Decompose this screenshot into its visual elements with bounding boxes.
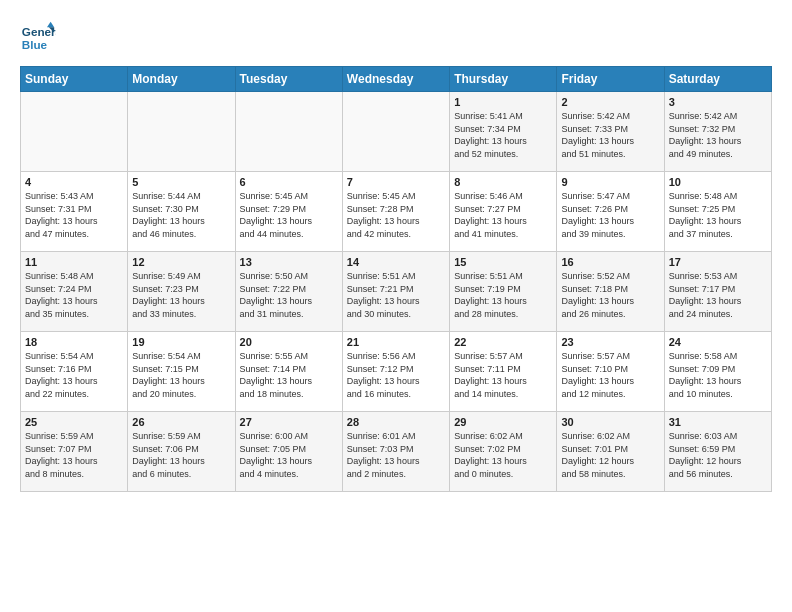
day-number: 16	[561, 256, 659, 268]
day-detail: Sunrise: 5:49 AM Sunset: 7:23 PM Dayligh…	[132, 270, 230, 320]
day-number: 20	[240, 336, 338, 348]
day-number: 4	[25, 176, 123, 188]
day-number: 29	[454, 416, 552, 428]
calendar-cell: 21Sunrise: 5:56 AM Sunset: 7:12 PM Dayli…	[342, 332, 449, 412]
day-number: 25	[25, 416, 123, 428]
day-detail: Sunrise: 5:42 AM Sunset: 7:33 PM Dayligh…	[561, 110, 659, 160]
day-detail: Sunrise: 5:52 AM Sunset: 7:18 PM Dayligh…	[561, 270, 659, 320]
calendar-cell: 22Sunrise: 5:57 AM Sunset: 7:11 PM Dayli…	[450, 332, 557, 412]
day-detail: Sunrise: 5:46 AM Sunset: 7:27 PM Dayligh…	[454, 190, 552, 240]
day-number: 17	[669, 256, 767, 268]
day-number: 15	[454, 256, 552, 268]
day-detail: Sunrise: 6:02 AM Sunset: 7:01 PM Dayligh…	[561, 430, 659, 480]
day-number: 27	[240, 416, 338, 428]
day-number: 22	[454, 336, 552, 348]
calendar-cell: 24Sunrise: 5:58 AM Sunset: 7:09 PM Dayli…	[664, 332, 771, 412]
weekday-header: Sunday	[21, 67, 128, 92]
weekday-header: Friday	[557, 67, 664, 92]
day-number: 19	[132, 336, 230, 348]
calendar-week-row: 11Sunrise: 5:48 AM Sunset: 7:24 PM Dayli…	[21, 252, 772, 332]
weekday-header: Thursday	[450, 67, 557, 92]
day-detail: Sunrise: 5:50 AM Sunset: 7:22 PM Dayligh…	[240, 270, 338, 320]
day-detail: Sunrise: 5:48 AM Sunset: 7:25 PM Dayligh…	[669, 190, 767, 240]
calendar-table: SundayMondayTuesdayWednesdayThursdayFrid…	[20, 66, 772, 492]
calendar-cell: 10Sunrise: 5:48 AM Sunset: 7:25 PM Dayli…	[664, 172, 771, 252]
calendar-cell	[235, 92, 342, 172]
day-number: 21	[347, 336, 445, 348]
calendar-cell: 18Sunrise: 5:54 AM Sunset: 7:16 PM Dayli…	[21, 332, 128, 412]
day-detail: Sunrise: 5:59 AM Sunset: 7:06 PM Dayligh…	[132, 430, 230, 480]
day-detail: Sunrise: 5:45 AM Sunset: 7:28 PM Dayligh…	[347, 190, 445, 240]
calendar-cell: 9Sunrise: 5:47 AM Sunset: 7:26 PM Daylig…	[557, 172, 664, 252]
day-number: 11	[25, 256, 123, 268]
calendar-cell: 19Sunrise: 5:54 AM Sunset: 7:15 PM Dayli…	[128, 332, 235, 412]
day-number: 31	[669, 416, 767, 428]
day-detail: Sunrise: 5:59 AM Sunset: 7:07 PM Dayligh…	[25, 430, 123, 480]
day-detail: Sunrise: 6:03 AM Sunset: 6:59 PM Dayligh…	[669, 430, 767, 480]
calendar-cell: 29Sunrise: 6:02 AM Sunset: 7:02 PM Dayli…	[450, 412, 557, 492]
day-number: 7	[347, 176, 445, 188]
day-detail: Sunrise: 5:47 AM Sunset: 7:26 PM Dayligh…	[561, 190, 659, 240]
calendar-cell: 28Sunrise: 6:01 AM Sunset: 7:03 PM Dayli…	[342, 412, 449, 492]
calendar-cell: 15Sunrise: 5:51 AM Sunset: 7:19 PM Dayli…	[450, 252, 557, 332]
calendar-cell	[21, 92, 128, 172]
day-number: 18	[25, 336, 123, 348]
calendar-cell	[128, 92, 235, 172]
day-detail: Sunrise: 5:57 AM Sunset: 7:10 PM Dayligh…	[561, 350, 659, 400]
calendar-cell: 12Sunrise: 5:49 AM Sunset: 7:23 PM Dayli…	[128, 252, 235, 332]
day-detail: Sunrise: 5:45 AM Sunset: 7:29 PM Dayligh…	[240, 190, 338, 240]
day-detail: Sunrise: 5:54 AM Sunset: 7:16 PM Dayligh…	[25, 350, 123, 400]
day-detail: Sunrise: 5:51 AM Sunset: 7:19 PM Dayligh…	[454, 270, 552, 320]
day-detail: Sunrise: 6:01 AM Sunset: 7:03 PM Dayligh…	[347, 430, 445, 480]
day-detail: Sunrise: 5:41 AM Sunset: 7:34 PM Dayligh…	[454, 110, 552, 160]
calendar-cell: 25Sunrise: 5:59 AM Sunset: 7:07 PM Dayli…	[21, 412, 128, 492]
day-number: 1	[454, 96, 552, 108]
logo: General Blue	[20, 20, 56, 56]
day-detail: Sunrise: 5:56 AM Sunset: 7:12 PM Dayligh…	[347, 350, 445, 400]
day-number: 5	[132, 176, 230, 188]
day-detail: Sunrise: 5:55 AM Sunset: 7:14 PM Dayligh…	[240, 350, 338, 400]
day-detail: Sunrise: 5:51 AM Sunset: 7:21 PM Dayligh…	[347, 270, 445, 320]
weekday-header: Wednesday	[342, 67, 449, 92]
day-number: 9	[561, 176, 659, 188]
day-number: 10	[669, 176, 767, 188]
weekday-header: Monday	[128, 67, 235, 92]
calendar-cell: 5Sunrise: 5:44 AM Sunset: 7:30 PM Daylig…	[128, 172, 235, 252]
calendar-cell: 30Sunrise: 6:02 AM Sunset: 7:01 PM Dayli…	[557, 412, 664, 492]
calendar-cell: 16Sunrise: 5:52 AM Sunset: 7:18 PM Dayli…	[557, 252, 664, 332]
calendar-cell: 20Sunrise: 5:55 AM Sunset: 7:14 PM Dayli…	[235, 332, 342, 412]
day-detail: Sunrise: 5:43 AM Sunset: 7:31 PM Dayligh…	[25, 190, 123, 240]
day-number: 6	[240, 176, 338, 188]
calendar-cell: 13Sunrise: 5:50 AM Sunset: 7:22 PM Dayli…	[235, 252, 342, 332]
weekday-header: Tuesday	[235, 67, 342, 92]
calendar-cell: 8Sunrise: 5:46 AM Sunset: 7:27 PM Daylig…	[450, 172, 557, 252]
calendar-cell: 23Sunrise: 5:57 AM Sunset: 7:10 PM Dayli…	[557, 332, 664, 412]
day-number: 30	[561, 416, 659, 428]
day-number: 14	[347, 256, 445, 268]
day-number: 26	[132, 416, 230, 428]
calendar-week-row: 1Sunrise: 5:41 AM Sunset: 7:34 PM Daylig…	[21, 92, 772, 172]
calendar-cell: 31Sunrise: 6:03 AM Sunset: 6:59 PM Dayli…	[664, 412, 771, 492]
page-header: General Blue	[20, 20, 772, 56]
calendar-week-row: 4Sunrise: 5:43 AM Sunset: 7:31 PM Daylig…	[21, 172, 772, 252]
svg-text:Blue: Blue	[22, 38, 48, 51]
day-detail: Sunrise: 6:00 AM Sunset: 7:05 PM Dayligh…	[240, 430, 338, 480]
calendar-cell: 3Sunrise: 5:42 AM Sunset: 7:32 PM Daylig…	[664, 92, 771, 172]
weekday-header-row: SundayMondayTuesdayWednesdayThursdayFrid…	[21, 67, 772, 92]
day-detail: Sunrise: 5:53 AM Sunset: 7:17 PM Dayligh…	[669, 270, 767, 320]
weekday-header: Saturday	[664, 67, 771, 92]
day-number: 2	[561, 96, 659, 108]
day-number: 8	[454, 176, 552, 188]
day-detail: Sunrise: 5:42 AM Sunset: 7:32 PM Dayligh…	[669, 110, 767, 160]
day-number: 13	[240, 256, 338, 268]
calendar-cell: 1Sunrise: 5:41 AM Sunset: 7:34 PM Daylig…	[450, 92, 557, 172]
calendar-cell: 27Sunrise: 6:00 AM Sunset: 7:05 PM Dayli…	[235, 412, 342, 492]
calendar-cell: 4Sunrise: 5:43 AM Sunset: 7:31 PM Daylig…	[21, 172, 128, 252]
calendar-cell: 7Sunrise: 5:45 AM Sunset: 7:28 PM Daylig…	[342, 172, 449, 252]
day-number: 24	[669, 336, 767, 348]
calendar-week-row: 18Sunrise: 5:54 AM Sunset: 7:16 PM Dayli…	[21, 332, 772, 412]
day-detail: Sunrise: 5:48 AM Sunset: 7:24 PM Dayligh…	[25, 270, 123, 320]
day-detail: Sunrise: 5:57 AM Sunset: 7:11 PM Dayligh…	[454, 350, 552, 400]
day-number: 3	[669, 96, 767, 108]
calendar-cell: 17Sunrise: 5:53 AM Sunset: 7:17 PM Dayli…	[664, 252, 771, 332]
